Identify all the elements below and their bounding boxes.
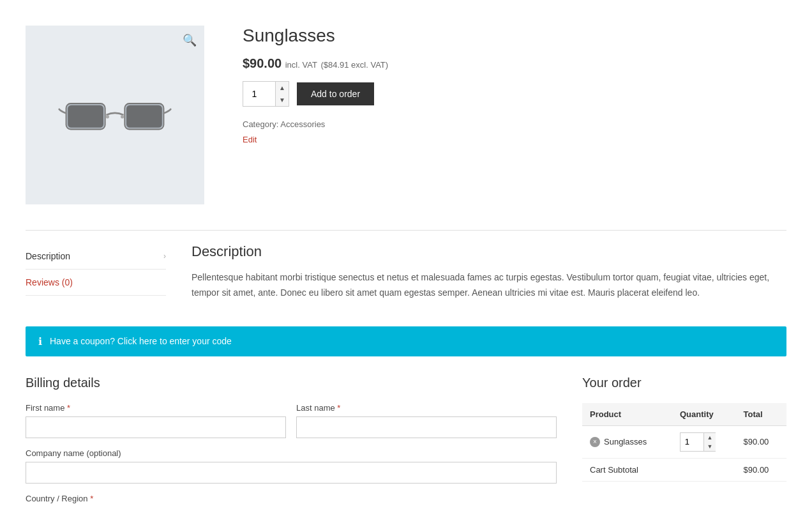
product-image [57, 77, 172, 153]
tab-reviews[interactable]: Reviews (0) [26, 270, 166, 296]
product-column-header: Product [582, 403, 672, 426]
quantity-up-button[interactable]: ▲ [276, 82, 289, 94]
category-link[interactable]: Accessories [280, 119, 325, 129]
order-item-label: Sunglasses [604, 437, 647, 446]
tabs-sidebar: Description › Reviews (0) [26, 243, 166, 301]
price-vat-excl: ($84.91 excl. VAT) [320, 60, 388, 70]
product-title: Sunglasses [243, 26, 786, 46]
product-price: $90.00 incl. VAT ($84.91 excl. VAT) [243, 56, 786, 71]
order-qty-spinners: ▲ ▼ [703, 433, 716, 451]
coupon-text: Have a coupon? Click here to enter your … [50, 336, 232, 346]
company-name-label: Company name (optional) [26, 448, 557, 458]
product-section: 🔍 Sungla [26, 13, 786, 230]
order-qty-input[interactable] [680, 434, 703, 449]
page-container: 🔍 Sungla [0, 0, 812, 511]
product-category: Category: Accessories [243, 119, 786, 129]
order-title: Your order [582, 376, 786, 390]
order-qty-up-button[interactable]: ▲ [704, 433, 716, 442]
last-name-input[interactable] [296, 416, 557, 438]
cart-subtotal-row: Cart Subtotal $90.00 [582, 458, 786, 481]
quantity-spinners: ▲ ▼ [275, 82, 289, 106]
checkout-section: Billing details First name * Last name * [26, 376, 786, 511]
company-row: Company name (optional) [26, 448, 557, 484]
order-table: Product Quantity Total × Sunglasses [582, 403, 786, 482]
order-table-header: Product Quantity Total [582, 403, 786, 426]
add-to-order-button[interactable]: Add to order [297, 82, 374, 105]
country-row: Country / Region * [26, 494, 557, 503]
order-section: Your order Product Quantity Total × [582, 376, 786, 511]
tab-description-label: Description [26, 251, 70, 261]
info-icon: ℹ [38, 335, 42, 347]
edit-link[interactable]: Edit [243, 135, 257, 144]
last-name-group: Last name * [296, 403, 557, 438]
first-name-required: * [67, 403, 70, 413]
product-info: Sunglasses $90.00 incl. VAT ($84.91 excl… [243, 26, 786, 204]
country-label: Country / Region * [26, 494, 557, 503]
svg-rect-1 [68, 105, 103, 128]
quantity-column-header: Quantity [672, 403, 736, 426]
coupon-banner[interactable]: ℹ Have a coupon? Click here to enter you… [26, 326, 786, 356]
last-name-label: Last name * [296, 403, 557, 413]
category-label: Category: [243, 119, 278, 129]
zoom-icon[interactable]: 🔍 [183, 33, 197, 47]
svg-point-5 [121, 115, 124, 118]
description-text: Pellentesque habitant morbi tristique se… [192, 270, 786, 301]
cart-subtotal-value: $90.00 [736, 458, 786, 481]
first-name-group: First name * [26, 403, 286, 438]
remove-item-button[interactable]: × [590, 437, 600, 447]
order-item-qty-cell: ▲ ▼ [672, 425, 736, 458]
quantity-input[interactable] [243, 82, 275, 106]
company-name-input[interactable] [26, 462, 557, 484]
quantity-down-button[interactable]: ▼ [276, 94, 289, 106]
tabs-section: Description › Reviews (0) Description Pe… [26, 230, 786, 326]
tab-description[interactable]: Description › [26, 243, 166, 270]
last-name-required: * [337, 403, 340, 413]
svg-point-4 [106, 115, 109, 118]
svg-rect-3 [126, 105, 162, 128]
first-name-input[interactable] [26, 416, 286, 438]
cart-subtotal-label: Cart Subtotal [582, 458, 736, 481]
name-row: First name * Last name * [26, 403, 557, 438]
order-item-name-cell: × Sunglasses [582, 425, 672, 458]
billing-section: Billing details First name * Last name * [26, 376, 557, 511]
order-item-name: × Sunglasses [590, 437, 665, 447]
description-title: Description [192, 243, 786, 260]
product-image-container: 🔍 [26, 26, 204, 204]
price-vat-incl: incl. VAT [285, 60, 317, 70]
country-required: * [90, 494, 93, 503]
first-name-label: First name * [26, 403, 286, 413]
tab-content: Description Pellentesque habitant morbi … [192, 243, 786, 301]
table-row: × Sunglasses ▲ ▼ [582, 425, 786, 458]
order-qty-wrap: ▲ ▼ [680, 432, 716, 452]
tab-description-chevron: › [163, 252, 166, 261]
tab-reviews-label: Reviews (0) [26, 277, 73, 287]
billing-title: Billing details [26, 376, 557, 390]
order-qty-down-button[interactable]: ▼ [704, 442, 716, 451]
order-item-total-cell: $90.00 [736, 425, 786, 458]
total-column-header: Total [736, 403, 786, 426]
price-amount: $90.00 [243, 56, 282, 70]
country-group: Country / Region * [26, 494, 557, 503]
quantity-input-wrap: ▲ ▼ [243, 81, 289, 107]
company-name-group: Company name (optional) [26, 448, 557, 484]
add-to-order-row: ▲ ▼ Add to order [243, 81, 786, 107]
